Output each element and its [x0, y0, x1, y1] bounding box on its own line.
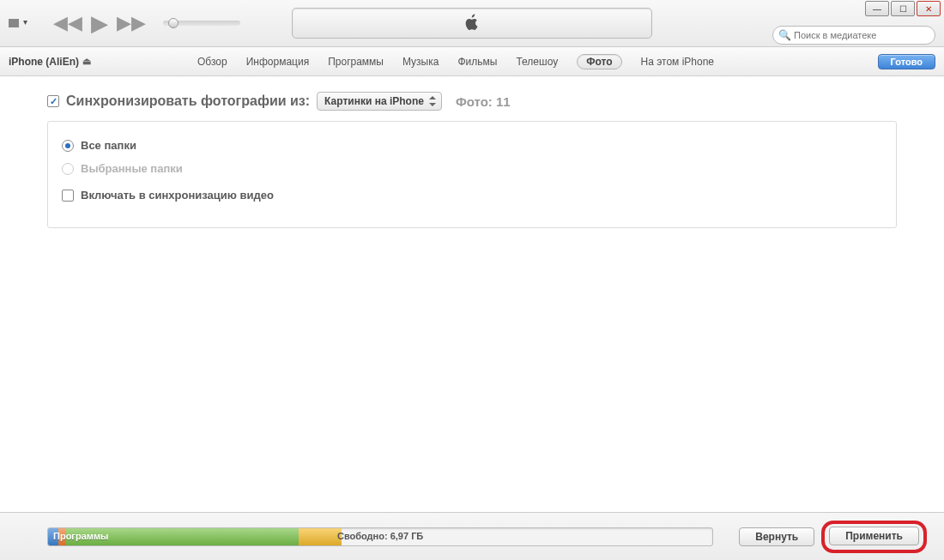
volume-knob[interactable]: [168, 18, 179, 28]
tab-music[interactable]: Музыка: [402, 56, 439, 68]
tab-apps[interactable]: Программы: [328, 56, 384, 68]
window-maximize-button[interactable]: ☐: [891, 1, 915, 16]
apple-logo-icon: [464, 14, 480, 33]
selected-folders-label: Выбранные папки: [81, 162, 183, 175]
selected-folders-radio: [62, 163, 74, 175]
all-folders-label: Все папки: [81, 139, 136, 152]
device-name[interactable]: iPhone (AliEn) ⏏: [9, 56, 91, 68]
capacity-bar: Программы Свободно: 6,97 ГБ: [47, 527, 713, 546]
previous-track-button[interactable]: ◀◀: [53, 12, 82, 34]
apply-button[interactable]: Применить: [829, 527, 919, 545]
photo-count: Фото: 11: [456, 94, 511, 109]
play-button[interactable]: ▶: [91, 10, 108, 37]
volume-slider[interactable]: [163, 21, 240, 26]
options-panel: Все папки Выбранные папки Включать в син…: [47, 121, 897, 228]
search-icon: 🔍: [778, 29, 791, 41]
device-name-label: iPhone (AliEn): [9, 56, 79, 68]
photo-source-select[interactable]: Картинки на iPhone: [317, 92, 442, 111]
apply-highlight: Применить: [821, 521, 927, 553]
capacity-free-label: Свободно: 6,97 ГБ: [48, 531, 712, 541]
revert-button[interactable]: Вернуть: [739, 527, 814, 546]
window-close-button[interactable]: ✕: [917, 1, 941, 16]
sync-photos-label: Синхронизировать фотографии из:: [66, 93, 310, 109]
tab-photos[interactable]: Фото: [577, 54, 621, 69]
tab-info[interactable]: Информация: [246, 56, 309, 68]
tab-overview[interactable]: Обзор: [197, 56, 227, 68]
lcd-display: [292, 8, 652, 39]
next-track-button[interactable]: ▶▶: [117, 12, 146, 34]
sync-photos-checkbox[interactable]: [47, 95, 59, 107]
eject-icon[interactable]: ⏏: [82, 56, 91, 67]
tab-movies[interactable]: Фильмы: [457, 56, 497, 68]
include-video-label: Включать в синхронизацию видео: [81, 189, 274, 202]
tab-on-device[interactable]: На этом iPhone: [641, 56, 715, 68]
library-switcher[interactable]: [9, 19, 19, 27]
all-folders-radio[interactable]: [62, 140, 74, 152]
done-button[interactable]: Готово: [878, 54, 935, 69]
include-video-checkbox[interactable]: [62, 190, 74, 202]
window-minimize-button[interactable]: —: [865, 1, 889, 16]
search-input[interactable]: [772, 26, 935, 45]
tab-tvshows[interactable]: Телешоу: [516, 56, 558, 68]
